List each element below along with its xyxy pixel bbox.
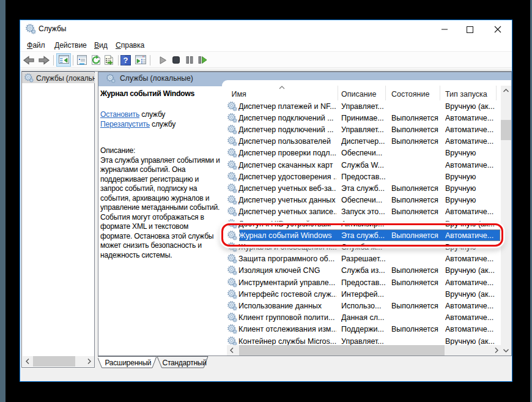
svg-text:Стандартный: Стандартный <box>163 359 207 367</box>
svg-text:?: ? <box>124 56 128 65</box>
svg-text:Расширенный: Расширенный <box>105 359 152 367</box>
